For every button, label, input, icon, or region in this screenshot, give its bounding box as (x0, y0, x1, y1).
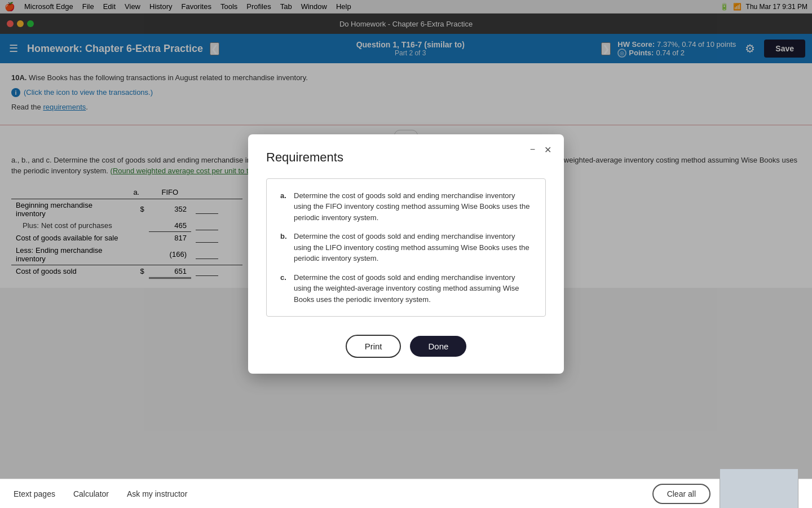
clear-all-button[interactable]: Clear all (652, 484, 710, 504)
req-text-c: Determine the cost of goods sold and end… (294, 272, 532, 305)
modal-close-button[interactable]: ✕ (541, 143, 555, 156)
modal-minimize-button[interactable]: − (527, 143, 539, 156)
req-letter-a: a. (280, 190, 287, 224)
modal-actions: Print Done (266, 335, 546, 358)
requirement-c: c. Determine the cost of goods sold and … (280, 272, 532, 305)
req-text-a: Determine the cost of goods sold and end… (294, 190, 532, 224)
modal-overlay: − ✕ Requirements a. Determine the cost o… (0, 0, 812, 508)
page-thumbnail (720, 468, 798, 509)
req-letter-b: b. (280, 231, 287, 264)
calculator-link[interactable]: Calculator (73, 489, 109, 498)
ask-instructor-link[interactable]: Ask my instructor (127, 489, 187, 498)
req-text-b: Determine the cost of goods sold and end… (294, 231, 532, 264)
req-letter-c: c. (280, 272, 287, 305)
modal-title: Requirements (266, 150, 546, 165)
modal-controls: − ✕ (527, 143, 555, 156)
bottom-right: Clear all (652, 468, 798, 509)
requirement-b: b. Determine the cost of goods sold and … (280, 231, 532, 264)
requirement-a: a. Determine the cost of goods sold and … (280, 190, 532, 224)
print-button[interactable]: Print (346, 335, 401, 358)
requirements-box: a. Determine the cost of goods sold and … (266, 178, 546, 317)
requirements-modal: − ✕ Requirements a. Determine the cost o… (248, 134, 564, 374)
etext-pages-link[interactable]: Etext pages (14, 489, 55, 498)
bottom-bar: Etext pages Calculator Ask my instructor… (0, 479, 812, 508)
done-button[interactable]: Done (410, 336, 466, 357)
